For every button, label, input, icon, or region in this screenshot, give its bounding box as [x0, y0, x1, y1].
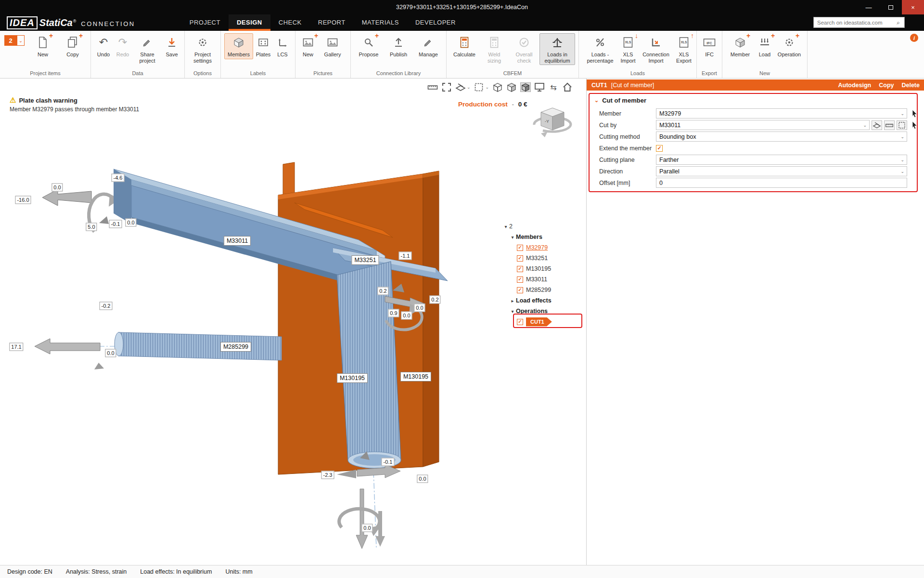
- member-label-m33251[interactable]: M33251: [351, 255, 379, 265]
- tree-item-m285299[interactable]: ✓ M285299: [517, 285, 585, 295]
- screenshot-icon[interactable]: [534, 82, 545, 92]
- connection-import-button[interactable]: Connection Import: [638, 33, 674, 65]
- tree-item-cut1[interactable]: ✓ CUT1: [517, 316, 585, 327]
- operation-checkbox[interactable]: ✓: [517, 319, 523, 325]
- expand-icon[interactable]: ▾: [509, 235, 516, 240]
- tree-load-effects[interactable]: ▸ Load effects: [509, 295, 585, 306]
- undo-button[interactable]: ↶ Undo: [94, 33, 113, 59]
- tab-developer[interactable]: DEVELOPER: [407, 14, 464, 31]
- pick-plate-icon[interactable]: [872, 120, 882, 130]
- search-input[interactable]: [814, 20, 897, 26]
- cut1-tag[interactable]: CUT1: [526, 317, 552, 327]
- copy-operation-button[interactable]: Copy: [879, 82, 894, 89]
- publish-button[interactable]: Publish: [384, 33, 413, 59]
- tab-project[interactable]: PROJECT: [181, 14, 229, 31]
- align-view-icon[interactable]: ⇆: [548, 82, 559, 92]
- loads-percentage-button[interactable]: Loads - percentage: [582, 33, 618, 65]
- new-member-button[interactable]: + Member: [726, 33, 755, 59]
- members-labels-button[interactable]: Members: [224, 33, 253, 59]
- new-item-button[interactable]: + New: [28, 33, 57, 59]
- new-operation-button[interactable]: + Operation: [775, 33, 804, 59]
- shaded-cube-icon[interactable]: [506, 82, 517, 92]
- clip-plane-icon[interactable]: [455, 82, 466, 92]
- ifc-export-button[interactable]: IFC: [700, 33, 719, 59]
- wireframe-cube-icon[interactable]: [492, 82, 503, 92]
- tree-item-m32979[interactable]: ✓ M32979: [517, 242, 585, 253]
- xls-import-button[interactable]: ↓ XLS Import: [619, 33, 637, 65]
- model-viewport[interactable]: ⚠Plate clash warning Member M32979 passe…: [0, 79, 586, 565]
- member-label-m33011[interactable]: M33011: [224, 236, 251, 246]
- search-box[interactable]: ⌕: [813, 17, 905, 28]
- home-view-icon[interactable]: [562, 82, 573, 92]
- calculate-button[interactable]: Calculate: [450, 33, 479, 59]
- overall-check-button[interactable]: Overall check: [510, 33, 539, 65]
- member-checkbox[interactable]: ✓: [517, 266, 523, 272]
- chevron-down-icon[interactable]: ⌄: [485, 85, 489, 90]
- pick-member-icon[interactable]: [911, 109, 919, 118]
- search-icon[interactable]: ⌕: [897, 19, 904, 26]
- member-label-m130195[interactable]: M130195: [337, 373, 368, 383]
- measure-icon[interactable]: [427, 82, 438, 92]
- member-select[interactable]: M32979 ⌄: [656, 108, 907, 118]
- tab-materials[interactable]: MATERIALS: [354, 14, 407, 31]
- tab-report[interactable]: REPORT: [310, 14, 354, 31]
- tree-item-m33011[interactable]: ✓ M33011: [517, 274, 585, 285]
- manage-button[interactable]: Manage: [414, 33, 443, 59]
- tree-members-header[interactable]: ▾ Members: [509, 232, 585, 242]
- solid-cube-icon[interactable]: [520, 82, 531, 92]
- 3d-scene[interactable]: [0, 79, 586, 565]
- chevron-down-icon[interactable]: ⌄: [467, 85, 471, 90]
- expand-icon[interactable]: ▾: [509, 309, 516, 314]
- xls-export-button[interactable]: ↑ XLS Export: [675, 33, 693, 65]
- member-m285299-shape[interactable]: [115, 332, 282, 360]
- redo-button[interactable]: ↷ Redo: [114, 33, 132, 59]
- close-icon[interactable]: ×: [902, 0, 924, 14]
- tree-item-m33251[interactable]: ✓ M33251: [517, 253, 585, 263]
- minimize-icon[interactable]: —: [858, 0, 880, 14]
- member-checkbox[interactable]: ✓: [517, 245, 523, 251]
- tree-item-m130195[interactable]: ✓ M130195: [517, 263, 585, 274]
- cut-by-select[interactable]: M33011 ⌄: [656, 120, 870, 130]
- weld-sizing-button[interactable]: Weld sizing: [480, 33, 509, 65]
- tree-root[interactable]: ▾ 2: [502, 221, 585, 232]
- member-checkbox[interactable]: ✓: [517, 255, 523, 262]
- lcs-button[interactable]: LCS: [273, 33, 292, 59]
- tab-check[interactable]: CHECK: [270, 14, 310, 31]
- tree-operations[interactable]: ▾ Operations: [509, 306, 585, 316]
- selection-box-icon[interactable]: [474, 82, 484, 92]
- item-selector[interactable]: 2 ⌄: [4, 35, 25, 46]
- maximize-icon[interactable]: [880, 0, 902, 14]
- member-label-m285299[interactable]: M285299: [220, 342, 251, 352]
- direction-select[interactable]: Parallel ⌄: [656, 166, 907, 176]
- member-checkbox[interactable]: ✓: [517, 287, 523, 293]
- extend-member-checkbox[interactable]: ✓: [656, 145, 663, 152]
- cutting-plane-select[interactable]: Farther ⌄: [656, 155, 907, 165]
- member-m130195-shape[interactable]: [337, 262, 401, 468]
- share-project-button[interactable]: Share project: [133, 33, 162, 65]
- member-label-m130195[interactable]: M130195: [400, 372, 431, 381]
- propose-button[interactable]: + Propose: [354, 33, 383, 59]
- delete-operation-button[interactable]: Delete: [901, 82, 920, 89]
- collapse-icon[interactable]: ▸: [509, 298, 516, 303]
- info-icon[interactable]: i: [910, 34, 918, 42]
- section-cut-of-member[interactable]: ⌄ Cut of member: [594, 97, 646, 104]
- new-load-button[interactable]: + Load: [756, 33, 774, 59]
- expand-icon[interactable]: ▾: [502, 224, 509, 229]
- pick-surface-icon[interactable]: [897, 120, 907, 130]
- member-chec kbox[interactable]: ✓: [517, 276, 523, 283]
- fit-view-icon[interactable]: [441, 82, 452, 92]
- plates-labels-button[interactable]: Plates: [254, 33, 272, 59]
- copy-item-button[interactable]: + Copy: [58, 33, 87, 59]
- offset-input[interactable]: [656, 178, 907, 188]
- loads-in-equilibrium-button[interactable]: Loads in equilibrium: [539, 33, 575, 65]
- tab-design[interactable]: DESIGN: [229, 14, 270, 31]
- cutting-method-select[interactable]: Bounding box ⌄: [656, 131, 907, 142]
- navigation-cube[interactable]: -Y: [530, 104, 575, 139]
- autodesign-button[interactable]: Autodesign: [838, 82, 871, 89]
- save-button[interactable]: Save: [163, 33, 181, 59]
- new-picture-button[interactable]: + New: [299, 33, 317, 59]
- pick-ruler-icon[interactable]: [884, 120, 895, 130]
- gallery-button[interactable]: Gallery: [318, 33, 347, 59]
- pick-cut-by-icon[interactable]: [911, 121, 919, 130]
- project-settings-button[interactable]: Project settings: [188, 33, 217, 65]
